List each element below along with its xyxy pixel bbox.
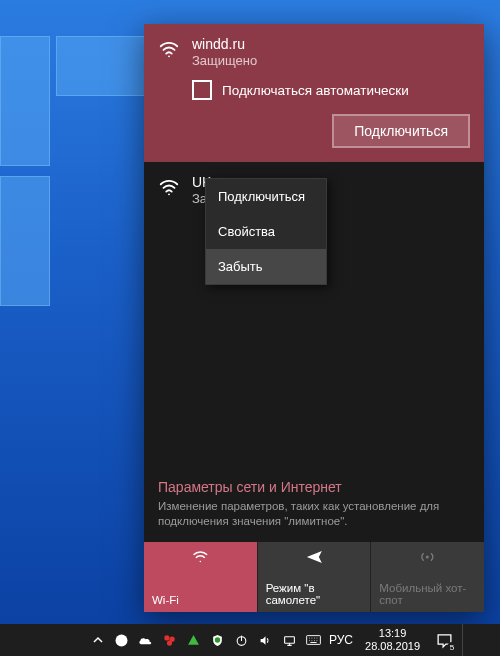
tile-airplane[interactable]: Режим "в самолете" — [257, 542, 371, 612]
ctx-connect[interactable]: Подключиться — [206, 179, 326, 214]
steam-icon[interactable] — [114, 633, 129, 648]
keyboard-icon[interactable] — [306, 633, 321, 648]
language-indicator[interactable]: РУС — [329, 633, 353, 647]
time: 13:19 — [365, 627, 420, 640]
quick-tiles: Wi-Fi Режим "в самолете" Мобильный хот-с… — [144, 542, 484, 612]
svg-point-5 — [164, 635, 169, 640]
volume-icon[interactable] — [258, 633, 273, 648]
system-tray — [90, 633, 321, 648]
app-icon-green[interactable] — [186, 633, 201, 648]
show-desktop-button[interactable] — [462, 624, 468, 656]
network-item-selected[interactable]: windd.ru Защищено Подключаться автоматич… — [144, 24, 484, 162]
tile-hotspot[interactable]: Мобильный хот-спот — [370, 542, 484, 612]
taskbar: РУС 13:19 28.08.2019 5 — [0, 624, 500, 656]
action-center-icon[interactable]: 5 — [426, 624, 462, 656]
settings-description: Изменение параметров, таких как установл… — [158, 499, 470, 530]
date: 28.08.2019 — [365, 640, 420, 653]
network-status: Защищено — [192, 53, 470, 68]
ctx-properties[interactable]: Свойства — [206, 214, 326, 249]
wifi-icon — [158, 38, 180, 60]
chevron-up-icon[interactable] — [90, 633, 105, 648]
network-settings-link[interactable]: Параметры сети и Интернет Изменение пара… — [144, 469, 484, 542]
wifi-icon — [152, 548, 249, 566]
power-icon[interactable] — [234, 633, 249, 648]
svg-point-2 — [200, 561, 202, 563]
svg-point-7 — [167, 640, 172, 645]
auto-connect-row[interactable]: Подключаться автоматически — [192, 80, 470, 100]
tile-label: Wi-Fi — [152, 594, 249, 606]
svg-point-4 — [116, 634, 128, 646]
connect-button[interactable]: Подключиться — [332, 114, 470, 148]
auto-connect-checkbox[interactable] — [192, 80, 212, 100]
svg-point-1 — [168, 193, 170, 195]
tile-label: Режим "в самолете" — [266, 582, 363, 606]
settings-title: Параметры сети и Интернет — [158, 479, 470, 495]
app-icon-red[interactable] — [162, 633, 177, 648]
onedrive-icon[interactable] — [138, 633, 153, 648]
svg-rect-11 — [307, 636, 321, 645]
clock[interactable]: 13:19 28.08.2019 — [365, 627, 420, 652]
network-flyout: windd.ru Защищено Подключаться автоматич… — [144, 24, 484, 612]
svg-rect-10 — [285, 636, 295, 643]
defender-icon[interactable] — [210, 633, 225, 648]
svg-point-8 — [215, 637, 220, 642]
network-name: windd.ru — [192, 36, 470, 52]
network-tray-icon[interactable] — [282, 633, 297, 648]
ctx-forget[interactable]: Забыть — [206, 249, 326, 284]
wifi-icon — [158, 176, 180, 198]
svg-point-0 — [168, 55, 170, 57]
tile-wifi[interactable]: Wi-Fi — [144, 542, 257, 612]
tile-label: Мобильный хот-спот — [379, 582, 476, 606]
notification-badge: 5 — [447, 642, 457, 652]
hotspot-icon — [379, 548, 476, 566]
airplane-icon — [266, 548, 363, 566]
auto-connect-label: Подключаться автоматически — [222, 83, 409, 98]
context-menu: Подключиться Свойства Забыть — [205, 178, 327, 285]
svg-point-3 — [426, 556, 429, 559]
